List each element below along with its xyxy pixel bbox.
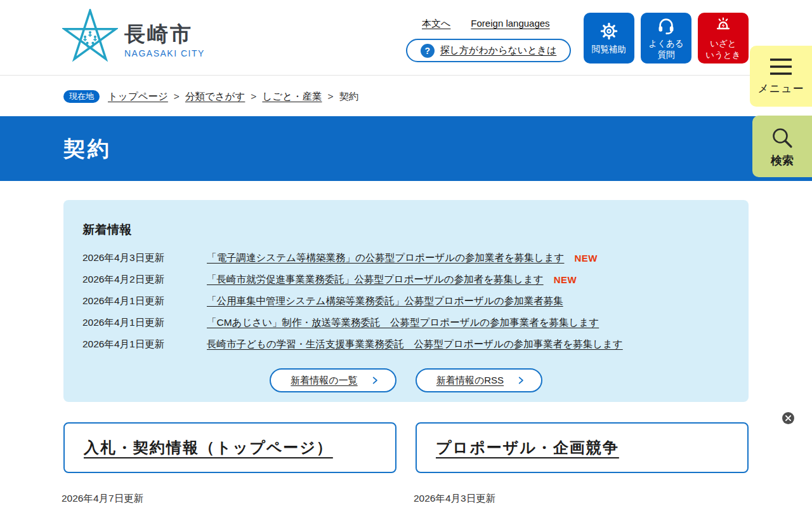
news-item-link[interactable]: 長崎市子どもの学習・生活支援事業業務委託 公募型プロポーザルの参加事業者を募集し… bbox=[207, 338, 623, 351]
breadcrumb-separator: > bbox=[251, 91, 256, 102]
search-icon bbox=[769, 125, 796, 152]
news-item: 2026年4月1日更新長崎市子どもの学習・生活支援事業業務委託 公募型プロポーザ… bbox=[82, 333, 730, 355]
hamburger-icon bbox=[768, 57, 794, 76]
news-item-date: 2026年4月1日更新 bbox=[82, 316, 207, 330]
accessibility-label: 閲覧補助 bbox=[592, 44, 626, 55]
breadcrumb-separator: > bbox=[328, 91, 334, 102]
search-help-button[interactable]: ? 探し方がわからないときは bbox=[406, 39, 571, 62]
site-subtitle: NAGASAKI CITY bbox=[124, 48, 205, 58]
news-item-date: 2026年4月3日更新 bbox=[82, 251, 207, 265]
breadcrumb-item[interactable]: しごと・産業 bbox=[262, 91, 322, 102]
card-title: 入札・契約情報（トップページ） bbox=[84, 438, 333, 458]
emergency-label: いざと いうとき bbox=[705, 38, 740, 60]
breadcrumb-list: トップページ>分類でさがす>しごと・産業>契約 bbox=[108, 90, 359, 104]
current-location-badge: 現在地 bbox=[63, 90, 100, 103]
news-item-date: 2026年4月1日更新 bbox=[82, 338, 207, 351]
news-heading: 新着情報 bbox=[82, 222, 730, 238]
card-title: プロポーザル・企画競争 bbox=[436, 438, 619, 458]
card-updated-date: 2026年4月7日更新 bbox=[62, 492, 396, 505]
faq-label: よくある 質問 bbox=[648, 38, 683, 60]
breadcrumb-item[interactable]: トップページ bbox=[108, 91, 168, 102]
site-header: 長崎市 NAGASAKI CITY 本文へ Foreign languages … bbox=[0, 0, 812, 75]
site-logo[interactable]: 長崎市 NAGASAKI CITY bbox=[62, 9, 205, 65]
foreign-languages-link[interactable]: Foreign languages bbox=[471, 18, 549, 30]
breadcrumb-separator: > bbox=[174, 91, 180, 102]
news-item: 2026年4月2日更新「長崎市就労促進事業業務委託」公募型プロポーザルの参加者を… bbox=[82, 269, 730, 290]
question-icon: ? bbox=[421, 44, 435, 58]
faq-button[interactable]: よくある 質問 bbox=[641, 13, 691, 64]
news-list: 2026年4月3日更新「電子調達システム等構築業務」の公募型プロポーザルの参加業… bbox=[82, 247, 730, 355]
new-badge: NEW bbox=[574, 253, 598, 264]
close-icon bbox=[785, 415, 791, 421]
page-title: 契約 bbox=[63, 116, 112, 181]
page-title-banner: 契約 bbox=[0, 116, 812, 181]
news-item: 2026年4月1日更新「CMあじさい」制作・放送等業務委託 公募型プロポーザルの… bbox=[82, 312, 730, 333]
skip-to-content-link[interactable]: 本文へ bbox=[422, 18, 450, 30]
header-quick-buttons: 閲覧補助 よくある 質問 bbox=[584, 13, 749, 64]
breadcrumb-item[interactable]: 分類でさがす bbox=[185, 91, 245, 102]
news-item-link[interactable]: 「電子調達システム等構築業務」の公募型プロポーザルの参加業者を募集します bbox=[207, 251, 564, 265]
breadcrumb-item: 契約 bbox=[339, 91, 359, 102]
chevron-right-icon bbox=[370, 376, 379, 385]
news-item-date: 2026年4月1日更新 bbox=[82, 295, 207, 308]
menu-label: メニュー bbox=[757, 81, 804, 96]
city-star-logo-icon bbox=[62, 9, 118, 65]
new-badge: NEW bbox=[554, 274, 577, 285]
menu-button[interactable]: メニュー bbox=[750, 46, 812, 107]
news-rss-button[interactable]: 新着情報のRSS bbox=[416, 368, 542, 392]
news-item: 2026年4月1日更新「公用車集中管理システム構築等業務委託」公募型プロポーザル… bbox=[82, 290, 730, 312]
bid-contract-info-card[interactable]: 入札・契約情報（トップページ） bbox=[63, 422, 396, 473]
news-list-link-label: 新着情報の一覧 bbox=[291, 375, 357, 387]
news-item-link[interactable]: 「公用車集中管理システム構築等業務委託」公募型プロポーザルの参加業者募集 bbox=[207, 295, 563, 308]
emergency-button[interactable]: いざと いうとき bbox=[698, 13, 749, 64]
news-rss-label: 新着情報のRSS bbox=[436, 375, 504, 387]
news-item-link[interactable]: 「長崎市就労促進事業業務委託」公募型プロポーザルの参加者を募集します bbox=[207, 273, 544, 286]
chevron-right-icon bbox=[516, 376, 525, 385]
news-list-link-button[interactable]: 新着情報の一覧 bbox=[270, 368, 396, 392]
site-title: 長崎市 bbox=[124, 23, 205, 46]
card-column: プロポーザル・企画競争 2026年4月3日更新 bbox=[416, 422, 749, 505]
news-item: 2026年4月3日更新「電子調達システム等構築業務」の公募型プロポーザルの参加業… bbox=[82, 247, 730, 269]
gear-icon bbox=[599, 21, 619, 41]
siren-icon bbox=[713, 15, 733, 36]
card-updated-date: 2026年4月3日更新 bbox=[414, 492, 749, 505]
utility-links: 本文へ Foreign languages bbox=[422, 18, 550, 30]
news-buttons: 新着情報の一覧 新着情報のRSS bbox=[82, 368, 730, 392]
card-column: 入札・契約情報（トップページ） 2026年4月7日更新 bbox=[63, 422, 396, 505]
search-help-label: 探し方がわからないときは bbox=[440, 44, 557, 57]
page: 長崎市 NAGASAKI CITY 本文へ Foreign languages … bbox=[0, 0, 812, 508]
news-item-link[interactable]: 「CMあじさい」制作・放送等業務委託 公募型プロポーザルの参加事業者を募集します bbox=[207, 316, 599, 330]
news-box: 新着情報 2026年4月3日更新「電子調達システム等構築業務」の公募型プロポーザ… bbox=[63, 200, 749, 402]
search-button[interactable]: 検索 bbox=[752, 116, 812, 177]
search-label: 検索 bbox=[771, 153, 794, 168]
breadcrumb: 現在地 トップページ>分類でさがす>しごと・産業>契約 bbox=[0, 76, 812, 116]
news-item-date: 2026年4月2日更新 bbox=[82, 273, 207, 286]
close-button[interactable] bbox=[782, 412, 794, 424]
headset-icon bbox=[656, 15, 676, 36]
accessibility-button[interactable]: 閲覧補助 bbox=[584, 13, 634, 64]
proposal-competition-card[interactable]: プロポーザル・企画競争 bbox=[416, 422, 749, 473]
link-cards: 入札・契約情報（トップページ） 2026年4月7日更新 プロポーザル・企画競争 … bbox=[63, 422, 749, 505]
